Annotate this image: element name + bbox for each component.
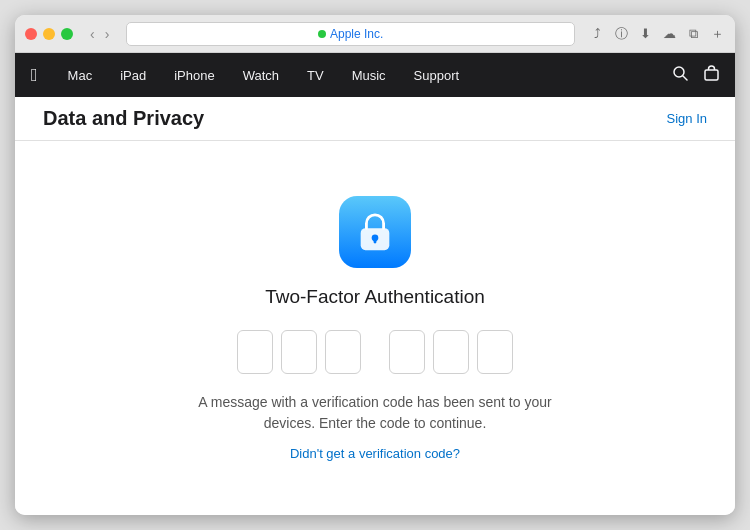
svg-rect-2 xyxy=(705,70,718,80)
back-button[interactable]: ‹ xyxy=(87,26,98,42)
toolbar-right: ⤴ ⓘ ⬇ ☁ ⧉ ＋ xyxy=(589,26,725,42)
share-icon[interactable]: ⤴ xyxy=(589,26,605,42)
code-input-4[interactable] xyxy=(389,330,425,374)
lock-icon xyxy=(356,211,394,253)
code-separator xyxy=(369,330,381,374)
page-header: Data and Privacy Sign In xyxy=(15,97,735,141)
window-controls xyxy=(25,28,73,40)
svg-line-1 xyxy=(683,76,687,80)
minimize-button[interactable] xyxy=(43,28,55,40)
info-icon[interactable]: ⓘ xyxy=(613,26,629,42)
nav-item-iphone[interactable]: iPhone xyxy=(160,53,228,97)
nav-item-support[interactable]: Support xyxy=(400,53,474,97)
resend-link[interactable]: Didn't get a verification code? xyxy=(290,446,460,461)
page-title: Data and Privacy xyxy=(43,107,204,130)
apple-nav-bar:  Mac iPad iPhone Watch TV Music Support xyxy=(15,53,735,97)
nav-arrows: ‹ › xyxy=(87,26,112,42)
code-input-6[interactable] xyxy=(477,330,513,374)
tab-icon[interactable]: ⧉ xyxy=(685,26,701,42)
forward-button[interactable]: › xyxy=(102,26,113,42)
maximize-button[interactable] xyxy=(61,28,73,40)
sign-in-link[interactable]: Sign In xyxy=(667,111,707,126)
nav-item-ipad[interactable]: iPad xyxy=(106,53,160,97)
search-icon[interactable] xyxy=(673,66,688,85)
browser-window: ‹ › Apple Inc. ⤴ ⓘ ⬇ ☁ ⧉ ＋  Mac iPad iP… xyxy=(15,15,735,515)
title-bar: ‹ › Apple Inc. ⤴ ⓘ ⬇ ☁ ⧉ ＋ xyxy=(15,15,735,53)
nav-right xyxy=(673,65,719,85)
add-tab-icon[interactable]: ＋ xyxy=(709,26,725,42)
nav-item-tv[interactable]: TV xyxy=(293,53,338,97)
apple-logo[interactable]:  xyxy=(31,65,38,86)
code-input-5[interactable] xyxy=(433,330,469,374)
address-text: Apple Inc. xyxy=(330,27,383,41)
cloud-icon[interactable]: ☁ xyxy=(661,26,677,42)
verification-message: A message with a verification code has b… xyxy=(195,392,555,434)
code-input-3[interactable] xyxy=(325,330,361,374)
svg-rect-5 xyxy=(374,237,377,243)
nav-item-mac[interactable]: Mac xyxy=(54,53,107,97)
two-factor-title: Two-Factor Authentication xyxy=(265,286,485,308)
code-input-1[interactable] xyxy=(237,330,273,374)
secure-indicator xyxy=(318,30,326,38)
code-boxes xyxy=(237,330,513,374)
lock-icon-wrapper xyxy=(339,196,411,268)
close-button[interactable] xyxy=(25,28,37,40)
nav-item-music[interactable]: Music xyxy=(338,53,400,97)
bag-icon[interactable] xyxy=(704,65,719,85)
nav-item-watch[interactable]: Watch xyxy=(229,53,293,97)
address-bar[interactable]: Apple Inc. xyxy=(126,22,575,46)
download-icon[interactable]: ⬇ xyxy=(637,26,653,42)
main-content: Two-Factor Authentication A message with… xyxy=(15,141,735,515)
code-input-2[interactable] xyxy=(281,330,317,374)
nav-items: Mac iPad iPhone Watch TV Music Support xyxy=(54,53,673,97)
